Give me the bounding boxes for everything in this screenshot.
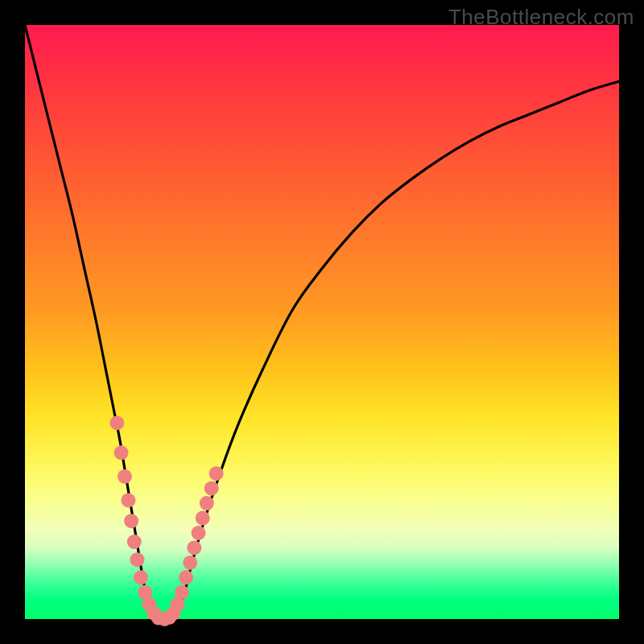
curve-marker [200, 496, 214, 510]
curve-marker [130, 552, 144, 567]
plot-area [25, 25, 619, 619]
curve-marker [124, 514, 138, 528]
curve-marker [127, 535, 142, 549]
curve-marker [118, 469, 132, 484]
curve-marker [114, 445, 129, 460]
curve-marker [183, 555, 197, 570]
curve-marker [209, 466, 224, 481]
curve-marker [175, 585, 189, 600]
curve-markers [109, 415, 223, 626]
curve-marker [192, 526, 206, 540]
curve-marker [196, 511, 210, 526]
chart-frame: TheBottleneck.com [0, 0, 644, 644]
bottleneck-curve [25, 25, 619, 619]
watermark-text: TheBottleneck.com [448, 5, 634, 30]
curve-marker [179, 570, 193, 584]
curve-marker [109, 415, 124, 430]
curve-marker [204, 481, 219, 496]
curve-marker [134, 570, 148, 584]
bottleneck-curve-svg [25, 25, 619, 619]
curve-marker [121, 493, 135, 507]
curve-marker [187, 540, 201, 555]
